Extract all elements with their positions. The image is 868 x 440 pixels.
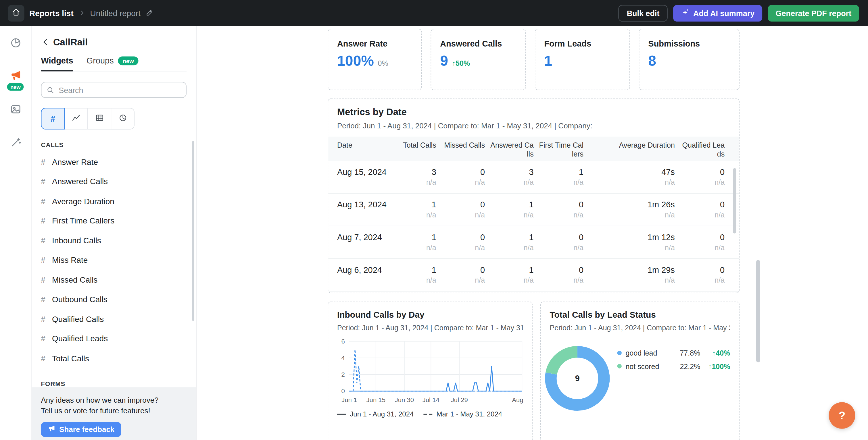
table-row: Aug 15, 20243n/a0n/a3n/a1n/a47sn/a0n/a (328, 161, 739, 194)
table-cell: 1n/a (490, 194, 538, 226)
table-row: Aug 6, 20241n/a0n/a1n/a0n/a1m 29sn/a0n/a (328, 259, 739, 292)
sidebar-scrollbar[interactable] (192, 141, 194, 321)
table-cell-value: 1 (388, 265, 436, 275)
breadcrumb-reports-list[interactable]: Reports list (29, 9, 73, 18)
widget-list-item[interactable]: #Inbound Calls (41, 231, 187, 250)
table-cell-compare: n/a (538, 178, 584, 187)
metric-widget-card[interactable]: Answer Rate100%0% (328, 29, 422, 90)
donut-chart-area: 9 good lead77.8%↑40%not scored22.2%↑100% (550, 345, 730, 412)
table-cell: 0n/a (441, 226, 489, 259)
metric-widget-card[interactable]: Form Leads1 (535, 29, 630, 90)
legend-item: Mar 1 - May 31, 2024 (424, 410, 502, 418)
search-input[interactable] (41, 82, 187, 98)
tab-groups[interactable]: Groups new (87, 56, 138, 71)
rename-report-button[interactable] (146, 8, 154, 18)
reports-nav-icon-button[interactable] (9, 37, 22, 50)
table-cell-value: 1m 26s (588, 200, 675, 209)
table-cell: 1n/a (388, 226, 441, 259)
table-cell-value: 0 (538, 232, 584, 242)
main-scrollbar[interactable] (756, 260, 760, 362)
donut-legend: good lead77.8%↑40%not scored22.2%↑100% (617, 346, 730, 412)
widget-list-item[interactable]: #Miss Rate (41, 250, 187, 270)
metric-title: Answered Calls (440, 39, 517, 48)
widget-list-item[interactable]: #Answer Rate (41, 152, 187, 172)
breadcrumb-current-report: Untitled report (90, 9, 140, 18)
home-button[interactable] (8, 5, 25, 21)
table-cell: 0n/a (679, 226, 729, 259)
widget-list: #Answer Rate#Answered Calls#Average Dura… (41, 152, 187, 368)
table-cell-compare: n/a (388, 243, 436, 251)
widget-list-item-label: Answered Calls (52, 177, 108, 186)
metric-widget-card[interactable]: Submissions8 (639, 29, 740, 90)
widget-list-item[interactable]: #First Time Callers (41, 211, 187, 231)
images-nav-icon-button[interactable] (9, 103, 22, 116)
legend-item: Jun 1 - Aug 31, 2024 (337, 410, 414, 418)
widgets-nav-icon-button[interactable]: new (9, 70, 22, 83)
legend-dot (617, 351, 622, 355)
table-cell: 0n/a (441, 259, 489, 291)
widget-list-item[interactable]: #Total Calls (41, 348, 187, 368)
table-cell: 1m 12sn/a (588, 226, 679, 259)
image-icon (10, 103, 21, 117)
metrics-by-date-widget[interactable]: Metrics by Date Period: Jun 1 - Aug 31, … (328, 99, 740, 293)
widget-type-number-button[interactable]: # (41, 108, 65, 130)
table-cell-compare: n/a (588, 178, 675, 187)
line-chart-legend: Jun 1 - Aug 31, 2024Mar 1 - May 31, 2024 (337, 410, 523, 418)
metric-value-row: 8 (648, 53, 730, 70)
hash-icon: # (51, 114, 55, 124)
back-button[interactable] (41, 37, 50, 48)
table-cell-compare: n/a (588, 243, 675, 251)
new-badge: new (118, 56, 138, 65)
report-content: Answer Rate100%0%Answered Calls9↑50%Form… (328, 26, 740, 440)
table-column-header: Qualified Leads (679, 137, 729, 161)
table-cell: 0n/a (441, 161, 489, 193)
table-cell-value: 1 (538, 167, 584, 177)
table-cell: 47sn/a (588, 161, 679, 193)
widget-list-item[interactable]: #Average Duration (41, 191, 187, 211)
table-date-cell: Aug 15, 2024 (328, 161, 388, 193)
metric-widget-card[interactable]: Answered Calls9↑50% (431, 29, 526, 90)
legend-label: not scored (625, 362, 675, 371)
widget-type-pie-button[interactable] (111, 108, 134, 130)
table-cell: 0n/a (441, 194, 489, 226)
widget-list-item[interactable]: #Outbound Calls (41, 290, 187, 309)
metrics-table-body: Aug 15, 20243n/a0n/a3n/a1n/a47sn/a0n/aAu… (328, 161, 739, 292)
table-cell-value: 1 (490, 265, 534, 275)
table-cell-value: 1 (490, 200, 534, 209)
table-cell: 1n/a (388, 194, 441, 226)
table-cell: 0n/a (538, 226, 588, 259)
hash-icon: # (41, 256, 47, 265)
svg-text:4: 4 (341, 354, 345, 362)
widget-list-item[interactable]: #Answered Calls (41, 172, 187, 191)
new-badge: new (7, 83, 24, 91)
table-scrollbar[interactable] (733, 168, 736, 234)
tab-widgets[interactable]: Widgets (41, 56, 73, 71)
total-calls-by-lead-status-widget[interactable]: Total Calls by Lead Status Period: Jun 1… (540, 302, 740, 440)
legend-dot (617, 364, 622, 368)
widget-list-item[interactable]: #Missed Calls (41, 270, 187, 290)
widget-list-item[interactable]: #Qualified Calls (41, 309, 187, 329)
inbound-calls-by-day-widget[interactable]: Inbound Calls by Day Period: Jun 1 - Aug… (328, 302, 533, 440)
hash-icon: # (41, 275, 47, 284)
magic-tools-nav-icon-button[interactable] (9, 137, 22, 150)
add-ai-summary-button[interactable]: Add AI summary (674, 5, 763, 21)
table-cell-value: 1m 12s (588, 232, 675, 242)
metric-delta: 0% (378, 59, 388, 67)
generate-pdf-button[interactable]: Generate PDF report (768, 5, 859, 21)
table-cell-compare: n/a (588, 276, 675, 284)
svg-text:Jul 14: Jul 14 (423, 396, 439, 404)
hash-icon: # (41, 295, 47, 304)
widget-type-table-button[interactable] (87, 108, 111, 130)
hash-icon: # (41, 177, 47, 186)
add-ai-summary-label: Add AI summary (693, 9, 754, 18)
bulk-edit-button[interactable]: Bulk edit (619, 5, 668, 21)
widget-period: Period: Jun 1 - Aug 31, 2024 | Compare t… (550, 324, 730, 332)
table-cell-value: 0 (441, 232, 485, 242)
widget-list-item[interactable]: #Qualified Leads (41, 329, 187, 348)
pie-chart-icon (10, 37, 21, 50)
share-feedback-button[interactable]: Share feedback (41, 422, 121, 437)
help-button[interactable]: ? (829, 402, 855, 429)
section-label-calls: CALLS (41, 142, 187, 148)
line-chart-svg: 0246Jun 1Jun 15Jun 30Jul 14Jul 29Aug 31 (337, 337, 524, 407)
widget-type-chart-button[interactable] (64, 108, 88, 130)
